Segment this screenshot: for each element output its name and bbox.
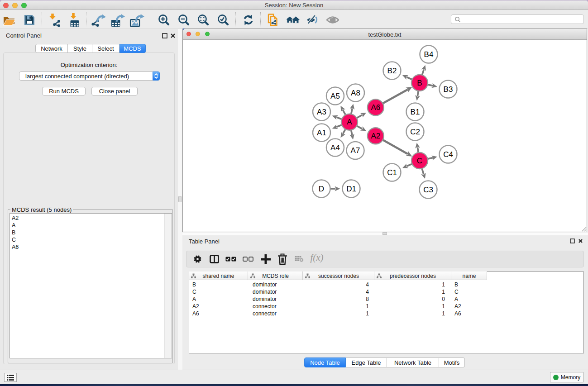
svg-text:B: B bbox=[417, 79, 422, 87]
svg-text:C3: C3 bbox=[423, 186, 433, 194]
svg-text:B1: B1 bbox=[411, 108, 420, 116]
svg-text:D: D bbox=[319, 185, 324, 193]
svg-text:A1: A1 bbox=[317, 129, 326, 137]
svg-text:A: A bbox=[347, 118, 352, 126]
svg-text:C: C bbox=[417, 157, 422, 165]
svg-text:A5: A5 bbox=[330, 92, 340, 100]
svg-text:A6: A6 bbox=[371, 103, 380, 112]
svg-text:A8: A8 bbox=[351, 89, 360, 97]
svg-text:A2: A2 bbox=[371, 132, 380, 140]
svg-text:A7: A7 bbox=[351, 146, 360, 155]
svg-text:C4: C4 bbox=[443, 150, 453, 159]
svg-text:B2: B2 bbox=[387, 67, 397, 75]
svg-text:B3: B3 bbox=[444, 85, 453, 94]
svg-text:C2: C2 bbox=[410, 128, 420, 136]
svg-text:D1: D1 bbox=[346, 185, 356, 193]
svg-text:C1: C1 bbox=[387, 168, 397, 177]
svg-text:A4: A4 bbox=[330, 143, 340, 152]
svg-text:A3: A3 bbox=[317, 108, 326, 116]
svg-text:B4: B4 bbox=[424, 50, 434, 59]
